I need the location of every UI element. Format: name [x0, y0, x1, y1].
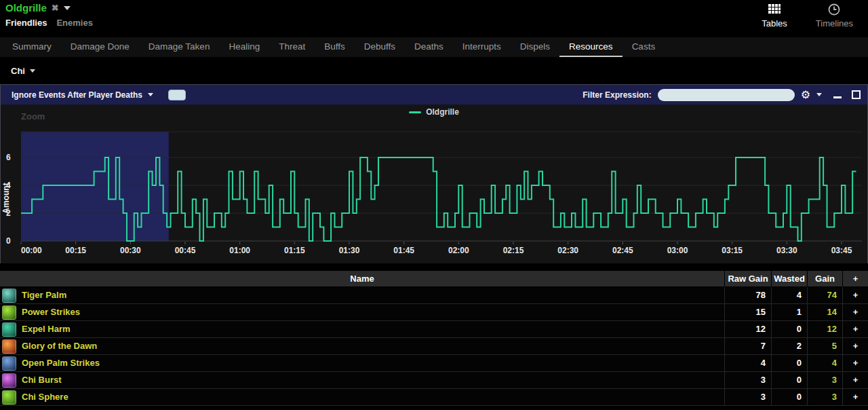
raw-gain-value: 12	[724, 321, 771, 337]
ability-link[interactable]: Tiger Palm	[22, 287, 66, 303]
ability-link[interactable]: Expel Harm	[22, 321, 71, 337]
svg-text:03:00: 03:00	[667, 246, 688, 255]
chi-chart[interactable]: 024600:0000:1500:3000:4501:0001:1501:300…	[1, 105, 868, 263]
svg-text:00:45: 00:45	[175, 246, 196, 255]
raw-gain-value: 78	[724, 287, 771, 303]
glory-of-the-dawn-icon	[2, 339, 16, 354]
table-row: Chi Burst303+	[0, 372, 868, 389]
chevron-down-icon[interactable]	[148, 93, 153, 96]
wasted-value: 0	[771, 372, 807, 388]
tab-casts[interactable]: Casts	[623, 37, 665, 57]
expand-row-button[interactable]: +	[842, 389, 868, 405]
tab-buffs[interactable]: Buffs	[315, 37, 355, 57]
column-header-expand[interactable]: +	[842, 271, 868, 286]
chevron-down-icon[interactable]	[816, 93, 822, 96]
close-fight-icon[interactable]: ✖	[52, 3, 59, 13]
column-header-wasted[interactable]: Wasted	[771, 271, 807, 286]
chevron-down-icon[interactable]	[64, 6, 71, 10]
svg-text:03:15: 03:15	[722, 246, 743, 255]
svg-text:0: 0	[6, 236, 11, 246]
svg-text:02:15: 02:15	[503, 246, 524, 255]
table-row: Chi Sphere303+	[0, 389, 868, 406]
svg-text:02:45: 02:45	[612, 246, 633, 255]
table-row: Power Strikes15114+	[0, 304, 868, 321]
maximize-button[interactable]	[852, 90, 861, 99]
view-timelines[interactable]: Timelines	[816, 3, 853, 29]
expand-row-button[interactable]: +	[842, 372, 868, 388]
expand-row-button[interactable]: +	[842, 304, 868, 320]
ability-link[interactable]: Glory of the Dawn	[22, 338, 97, 354]
resources-table: Name Raw Gain Wasted Gain + Tiger Palm78…	[0, 270, 868, 406]
tab-healing[interactable]: Healing	[219, 37, 269, 57]
column-header-gain[interactable]: Gain	[807, 271, 842, 286]
expand-row-button[interactable]: +	[842, 321, 868, 337]
tab-summary[interactable]: Summary	[3, 37, 61, 57]
expand-row-button[interactable]: +	[842, 338, 868, 354]
tab-damage-done[interactable]: Damage Done	[61, 37, 139, 57]
wasted-value: 2	[771, 338, 807, 354]
svg-text:02:00: 02:00	[448, 246, 469, 255]
tiger-palm-icon	[2, 288, 16, 303]
chart-panel: Ignore Events After Player Deaths Filter…	[0, 84, 868, 263]
column-header-name[interactable]: Name	[0, 271, 724, 286]
wasted-value: 0	[771, 389, 807, 405]
gain-value: 14	[807, 304, 842, 320]
tables-label: Tables	[762, 18, 787, 29]
ability-link[interactable]: Chi Burst	[22, 372, 62, 388]
svg-text:03:30: 03:30	[776, 246, 797, 255]
raw-gain-value: 3	[724, 389, 771, 405]
tab-interrupts[interactable]: Interrupts	[453, 37, 511, 57]
fight-name[interactable]: Oldgrille	[5, 2, 47, 14]
settings-gear-icon[interactable]: ⚙	[801, 90, 810, 100]
chi-sphere-icon	[2, 390, 16, 405]
ability-link[interactable]: Chi Sphere	[22, 389, 68, 405]
faction-enemies[interactable]: Enemies	[56, 18, 92, 28]
svg-text:00:15: 00:15	[65, 246, 86, 255]
tab-threat[interactable]: Threat	[269, 37, 315, 57]
raw-gain-value: 15	[724, 304, 771, 320]
svg-text:00:30: 00:30	[120, 246, 141, 255]
tab-dispels[interactable]: Dispels	[511, 37, 559, 57]
resource-selector-label[interactable]: Chi	[11, 66, 25, 76]
table-row: Expel Harm12012+	[0, 321, 868, 338]
faction-friendlies[interactable]: Friendlies	[5, 18, 47, 28]
svg-text:00:00: 00:00	[21, 246, 42, 255]
svg-text:01:45: 01:45	[393, 246, 414, 255]
tab-damage-taken[interactable]: Damage Taken	[139, 37, 220, 57]
chi-chart-area[interactable]: 024600:0000:1500:3000:4501:0001:1501:300…	[1, 105, 867, 263]
gain-value: 3	[807, 372, 842, 388]
filter-expression-label: Filter Expression:	[583, 90, 651, 100]
tables-grid-icon	[768, 3, 781, 16]
legend-item-oldgrille[interactable]: Oldgrille	[1, 107, 867, 117]
gain-value: 12	[807, 321, 842, 337]
view-tables[interactable]: Tables	[762, 3, 787, 29]
tab-bar: SummaryDamage DoneDamage TakenHealingThr…	[0, 37, 868, 57]
ignore-deaths-dropdown[interactable]: Ignore Events After Player Deaths	[12, 90, 142, 100]
report-header: Oldgrille ✖ Friendlies Enemies Tables Ti…	[0, 0, 868, 37]
minimize-button[interactable]	[833, 90, 842, 99]
resource-selector[interactable]: Chi	[0, 57, 868, 84]
column-header-raw-gain[interactable]: Raw Gain	[724, 271, 771, 286]
tab-debuffs[interactable]: Debuffs	[355, 37, 405, 57]
timelines-clock-icon	[827, 3, 841, 16]
expand-row-button[interactable]: +	[842, 355, 868, 371]
wasted-value: 0	[771, 321, 807, 337]
svg-text:02:30: 02:30	[557, 246, 578, 255]
gain-value: 5	[807, 338, 842, 354]
expand-row-button[interactable]: +	[842, 287, 868, 303]
svg-text:6: 6	[6, 153, 11, 162]
fight-selector[interactable]: Oldgrille ✖	[0, 0, 868, 14]
ability-link[interactable]: Power Strikes	[22, 304, 80, 320]
ability-link[interactable]: Open Palm Strikes	[22, 355, 100, 371]
tab-resources[interactable]: Resources	[559, 37, 623, 57]
timelines-label: Timelines	[816, 18, 853, 29]
chart-toolbar: Ignore Events After Player Deaths Filter…	[1, 85, 867, 105]
legend-label: Oldgrille	[426, 107, 459, 117]
toolbar-input-box[interactable]	[168, 90, 186, 100]
raw-gain-value: 4	[724, 355, 771, 371]
svg-text:01:15: 01:15	[284, 246, 305, 255]
filter-expression-input[interactable]	[658, 89, 795, 101]
tab-deaths[interactable]: Deaths	[405, 37, 453, 57]
chi-burst-icon	[2, 373, 16, 388]
gain-value: 74	[807, 287, 842, 303]
